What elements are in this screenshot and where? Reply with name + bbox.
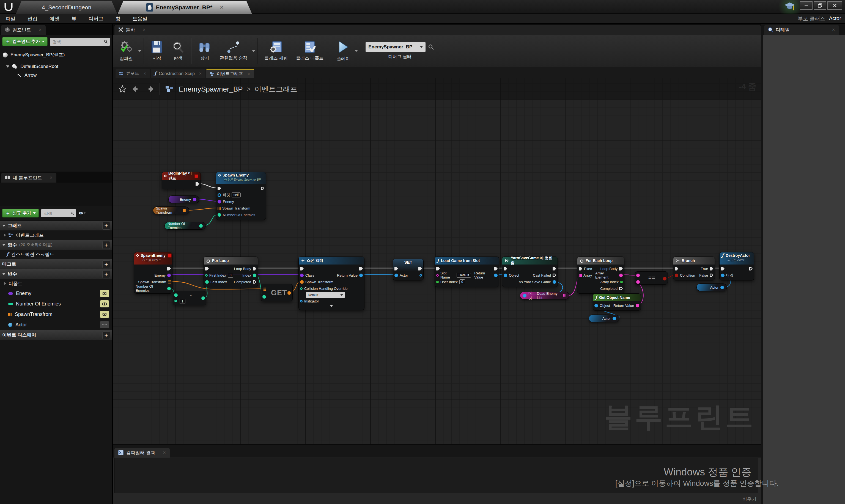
nav-back-icon[interactable]: [132, 86, 140, 93]
tab-viewport[interactable]: 뷰포트✕: [116, 69, 150, 78]
close-icon[interactable]: ✕: [219, 4, 224, 11]
tab-event-graph[interactable]: 이벤트그래프✕: [206, 69, 254, 78]
enemy-pin[interactable]: [217, 200, 221, 203]
node-for-loop[interactable]: For Loop Loop Body First Index0Index Las…: [204, 256, 258, 287]
output-pin[interactable]: [201, 296, 205, 300]
variable-row-number-of-enemies[interactable]: Number Of Enemies: [0, 299, 112, 309]
debug-object-select[interactable]: EnemySpawner_BP: [366, 42, 425, 52]
getter-node-actor[interactable]: Actor: [697, 284, 727, 291]
array-pin[interactable]: [263, 288, 266, 291]
variable-row-actor[interactable]: Actor: [0, 320, 112, 330]
close-icon[interactable]: ✕: [38, 28, 42, 32]
menu-debug[interactable]: 디버그: [89, 15, 103, 22]
expander-icon[interactable]: [4, 233, 6, 237]
exec-in-pin[interactable]: [217, 187, 221, 190]
nav-forward-icon[interactable]: [146, 86, 154, 93]
item-construction-script[interactable]: ƒ 컨스트럭션 스크립트: [0, 250, 112, 259]
tab-components[interactable]: 컴포넌트✕: [1, 25, 46, 35]
value-box[interactable]: Default: [457, 273, 471, 278]
input-pin[interactable]: [174, 300, 177, 302]
getter-node-enemy[interactable]: Enemy: [168, 196, 199, 203]
class-settings-button[interactable]: 클래스 세팅: [260, 40, 292, 61]
array-pin[interactable]: [579, 274, 582, 277]
output-pin[interactable]: [420, 274, 422, 276]
completed-pin[interactable]: [253, 280, 257, 284]
tab-toolbar[interactable]: 툴바✕: [115, 25, 761, 35]
output-pin[interactable]: [563, 294, 566, 297]
add-macro-button[interactable]: ＋: [102, 260, 110, 268]
favorite-star-icon[interactable]: [118, 85, 126, 93]
node-beginplay-event[interactable]: BeginPlay 이벤트: [162, 172, 201, 189]
add-component-button[interactable]: ＋컴포넌트 추가: [2, 37, 48, 46]
node-destroy-actor[interactable]: ƒDestroyActor 타깃은 Actor 타깃: [719, 252, 754, 281]
variable-category-default[interactable]: 디폴트: [0, 279, 112, 288]
hide-unrelated-button[interactable]: 관련없음 숨김: [216, 41, 251, 61]
value-box[interactable]: 0: [228, 273, 233, 278]
loop-body-pin[interactable]: [619, 267, 623, 271]
input-pin[interactable]: [636, 274, 640, 277]
asset-tab-level[interactable]: 4_SecondDungeon: [16, 1, 117, 14]
value-box[interactable]: 0: [459, 280, 465, 284]
enemy-pin[interactable]: [167, 274, 171, 277]
spawn-transform-pin[interactable]: [168, 281, 171, 284]
section-event-dispatchers[interactable]: 이벤트 디스패처＋: [0, 330, 112, 340]
slot-name-pin[interactable]: [436, 274, 439, 276]
eye-visible-icon[interactable]: [100, 300, 109, 307]
minimize-button[interactable]: [800, 1, 812, 10]
object-pin[interactable]: [504, 274, 507, 277]
completed-pin[interactable]: [619, 287, 623, 290]
compile-options-caret[interactable]: [138, 50, 141, 52]
exec-in-pin[interactable]: [675, 267, 678, 271]
loop-body-pin[interactable]: [253, 267, 257, 271]
getter-node-number-of-enemies[interactable]: Number Of Enemies: [164, 222, 206, 230]
expander-icon[interactable]: [4, 282, 6, 285]
node-equals[interactable]: ==: [635, 271, 668, 285]
asset-tab-blueprint[interactable]: EnemySpawner_BP* ✕: [118, 1, 252, 14]
class-pin[interactable]: [300, 274, 304, 277]
close-icon[interactable]: ✕: [50, 176, 53, 180]
section-variables[interactable]: 변수＋: [0, 269, 112, 279]
node-spawnenemy-custom-event[interactable]: SpawnEnemy 커스텀 이벤트 Enemy Spawn Transform…: [134, 252, 173, 294]
return-value-pin[interactable]: [636, 304, 639, 307]
output-pin[interactable]: [287, 291, 291, 295]
myblueprint-search-input[interactable]: [43, 211, 69, 216]
variable-row-spawntransfrom[interactable]: SpawnTransfrom: [0, 309, 112, 320]
find-button[interactable]: 찾기: [194, 41, 216, 61]
exec-in-pin[interactable]: [721, 267, 724, 271]
breadcrumb-root[interactable]: EnemySpawner_BP: [179, 85, 243, 93]
eye-visible-icon[interactable]: [100, 290, 109, 297]
target-pin[interactable]: [721, 274, 724, 277]
input-pin[interactable]: [636, 280, 640, 284]
user-index-pin[interactable]: [436, 281, 439, 283]
getter-node-dead-enemy-list[interactable]: 타깃 Dead Enemy List: [520, 292, 569, 300]
node-for-each-loop[interactable]: For Each Loop ExecLoop Body ArrayArray E…: [577, 256, 624, 294]
parent-class-link[interactable]: Actor: [829, 15, 841, 22]
last-index-pin[interactable]: [205, 280, 209, 284]
spawn-transform-pin[interactable]: [217, 207, 221, 210]
node-load-game-from-slot[interactable]: ƒLoad Game from Slot Slot NameDefaultRet…: [435, 256, 499, 287]
tab-details[interactable]: i 디테일✕: [764, 25, 839, 35]
visibility-filter-icon[interactable]: [78, 211, 86, 215]
node-cast-yarosavegame[interactable]: YaroSaveGame 에 형변환 ObjectCast Failed As …: [502, 256, 558, 287]
add-variable-button[interactable]: ＋: [102, 270, 110, 278]
play-button[interactable]: 플레이: [333, 40, 354, 61]
exec-out-pin[interactable]: [418, 267, 422, 271]
false-pin[interactable]: [710, 274, 713, 277]
as-yarosavegame-pin[interactable]: [552, 280, 556, 284]
exec-out-pin[interactable]: [261, 187, 264, 190]
cast-failed-pin[interactable]: [552, 274, 556, 277]
close-icon[interactable]: ✕: [247, 72, 250, 76]
exec-out-pin[interactable]: [196, 182, 199, 186]
exec-in-pin[interactable]: [300, 267, 304, 271]
menu-help[interactable]: 도움말: [133, 15, 147, 22]
restore-button[interactable]: [814, 1, 826, 10]
num-enemies-pin[interactable]: [217, 213, 221, 217]
add-function-button[interactable]: ＋: [102, 241, 110, 249]
add-new-button[interactable]: ＋신규 추가: [2, 209, 39, 217]
output-pin[interactable]: [720, 286, 724, 289]
clear-button[interactable]: 비우기: [742, 496, 756, 502]
collision-pin[interactable]: [300, 287, 303, 290]
exec-out-pin[interactable]: [167, 267, 171, 271]
condition-pin[interactable]: [675, 274, 678, 277]
exec-out-pin[interactable]: [552, 267, 556, 271]
